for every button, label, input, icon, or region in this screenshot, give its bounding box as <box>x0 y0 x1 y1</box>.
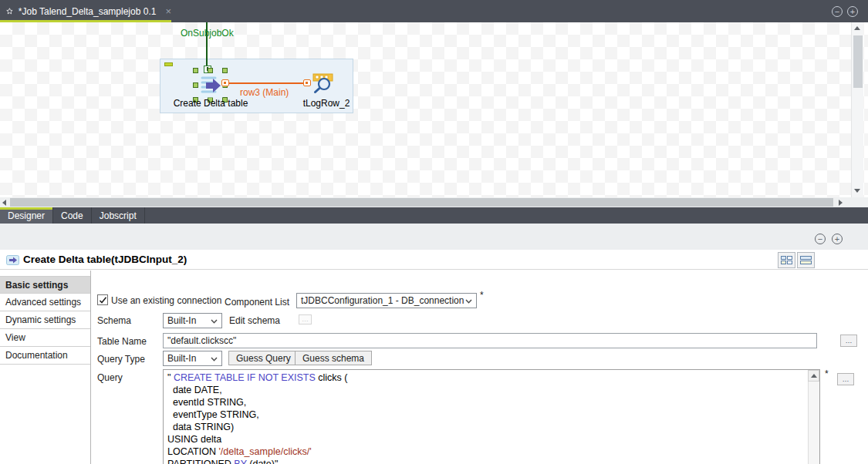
scroll-up-icon[interactable] <box>854 26 860 30</box>
sidebar-item-documentation[interactable]: Documentation <box>0 347 90 365</box>
use-existing-connection-checkbox[interactable] <box>97 294 108 305</box>
query-type-value: Built-In <box>167 353 196 364</box>
panel-tab-bar: Job(Talend_Delta_samplejob 0.1) Contexts… <box>0 224 868 250</box>
sidebar-item-dynamic-settings[interactable]: Dynamic settings <box>0 311 90 329</box>
rows-view-icon <box>800 256 812 264</box>
scroll-right-icon[interactable] <box>839 200 843 206</box>
query-scrollbar[interactable] <box>808 370 819 464</box>
tab-jobscript-label: Jobscript <box>100 210 137 221</box>
tab-code-label: Code <box>61 210 83 221</box>
row3-connection-label[interactable]: row3 (Main) <box>240 87 289 98</box>
sidebar-item-advanced-settings[interactable]: Advanced settings <box>0 294 90 311</box>
selection-handle[interactable] <box>222 68 228 73</box>
query-line: date DATE, <box>167 384 806 396</box>
component-arrow-icon <box>6 254 19 266</box>
component-list-dropdown[interactable]: tJDBCConfiguration_1 - DB_connection <box>296 293 477 308</box>
row3-connection-line[interactable] <box>228 82 306 84</box>
guess-query-label: Guess Query <box>236 353 291 364</box>
chevron-down-icon <box>211 319 218 324</box>
checkmark-icon <box>99 296 107 304</box>
ellipsis-icon: … <box>302 316 309 323</box>
component-tlogrow[interactable] <box>311 73 334 94</box>
job-star-icon <box>6 5 13 17</box>
sidebar-item-label: Documentation <box>5 350 68 361</box>
query-type-dropdown[interactable]: Built-In <box>163 351 222 366</box>
required-marker: * <box>825 368 829 379</box>
query-line: data STRING) <box>167 421 806 433</box>
subjob-collapse-handle[interactable] <box>164 62 173 66</box>
view-tab-bar: Designer Code Jobscript <box>0 207 868 224</box>
selection-handle[interactable] <box>208 68 213 73</box>
sidebar-item-label: Dynamic settings <box>5 314 76 325</box>
sidebar-item-basic-settings[interactable]: Basic settings <box>0 276 90 294</box>
query-scroll-up-icon[interactable] <box>808 370 819 382</box>
guess-schema-label: Guess schema <box>302 353 364 364</box>
component-label-tlogrow: tLogRow_2 <box>284 98 369 109</box>
query-editor[interactable]: " CREATE TABLE IF NOT EXISTS clicks ( da… <box>163 369 820 464</box>
maximize-icon: + <box>835 235 839 244</box>
settings-sidebar: Basic settings Advanced settings Dynamic… <box>0 271 91 464</box>
ellipsis-icon: … <box>843 376 849 383</box>
tab-code[interactable]: Code <box>53 207 92 224</box>
table-name-value: "default.clickscc" <box>167 335 236 346</box>
component-list-value: tJDBCConfiguration_1 - DB_connection <box>301 295 464 306</box>
sidebar-item-label: Advanced settings <box>5 297 81 308</box>
tab-designer[interactable]: Designer <box>0 207 53 224</box>
component-create-delta-table[interactable] <box>198 73 223 98</box>
input-port[interactable] <box>303 79 311 86</box>
ellipsis-icon: … <box>846 338 853 345</box>
component-label-create-delta-table: Create Delta table <box>157 98 265 109</box>
edit-schema-label: Edit schema <box>229 315 280 326</box>
minimize-icon: − <box>818 235 822 244</box>
maximize-panel-button[interactable]: + <box>832 234 843 244</box>
editor-tab-job[interactable]: *Job Talend_Delta_samplejob 0.1 × <box>0 0 171 22</box>
minimize-panel-button[interactable]: − <box>815 234 826 244</box>
design-canvas[interactable]: OnSubjobOk row3 (Ma <box>0 22 868 197</box>
tlogrow-icon <box>311 73 334 94</box>
sidebar-item-label: View <box>5 332 25 343</box>
edit-schema-ellipsis-button[interactable]: … <box>299 314 312 324</box>
query-line: eventType STRING, <box>167 409 806 421</box>
query-line: USING delta <box>167 433 806 446</box>
canvas-vertical-scrollbar[interactable] <box>851 22 863 197</box>
maximize-editor-button[interactable]: + <box>847 6 858 17</box>
selection-handle[interactable] <box>193 68 198 73</box>
component-panel-header: Create Delta table(tJDBCInput_2) <box>0 250 868 270</box>
vertical-scroll-thumb[interactable] <box>853 35 863 88</box>
table-name-label: Table Name <box>97 336 147 347</box>
component-list-label: Component List <box>225 297 289 308</box>
query-ellipsis-button[interactable]: … <box>837 373 854 385</box>
editor-tab-bar: *Job Talend_Delta_samplejob 0.1 × − + <box>0 0 868 22</box>
grid-view-icon <box>781 256 792 264</box>
horizontal-scroll-thumb[interactable] <box>10 198 833 207</box>
scroll-down-icon[interactable] <box>854 189 860 193</box>
selection-handle[interactable] <box>193 82 198 88</box>
canvas-horizontal-scrollbar[interactable] <box>0 197 868 207</box>
table-name-input[interactable]: "default.clickscc" <box>163 333 817 348</box>
guess-query-button[interactable]: Guess Query <box>228 351 299 365</box>
use-existing-connection-label: Use an existing connection <box>111 295 221 306</box>
layout-rows-button[interactable] <box>797 252 815 268</box>
component-panel-title: Create Delta table(tJDBCInput_2) <box>23 254 187 265</box>
layout-grid-button[interactable] <box>778 252 795 268</box>
sidebar-item-view[interactable]: View <box>0 329 90 347</box>
minimize-icon: − <box>835 8 839 16</box>
query-line: LOCATION '/delta_sample/clicks/' <box>167 446 806 458</box>
talend-studio-window: *Job Talend_Delta_samplejob 0.1 × − + On… <box>0 0 868 464</box>
schema-value: Built-In <box>167 315 196 326</box>
query-line: eventId STRING, <box>167 396 806 409</box>
table-name-ellipsis-button[interactable]: … <box>840 335 857 347</box>
maximize-icon: + <box>850 8 855 16</box>
scroll-left-icon[interactable] <box>2 200 6 206</box>
schema-dropdown[interactable]: Built-In <box>163 313 222 328</box>
tab-jobscript[interactable]: Jobscript <box>92 207 145 224</box>
tab-designer-label: Designer <box>8 210 45 221</box>
guess-schema-button[interactable]: Guess schema <box>295 351 372 365</box>
editor-tab-close-icon[interactable]: × <box>165 5 171 17</box>
chevron-down-icon <box>465 299 472 304</box>
jdbc-input-icon <box>198 73 223 98</box>
minimize-editor-button[interactable]: − <box>832 6 843 17</box>
basic-settings-form: Use an existing connection Component Lis… <box>91 271 868 464</box>
component-settings-panel: Create Delta table(tJDBCInput_2) Basic s… <box>0 250 868 464</box>
onsubjobok-label[interactable]: OnSubjobOk <box>181 28 234 39</box>
